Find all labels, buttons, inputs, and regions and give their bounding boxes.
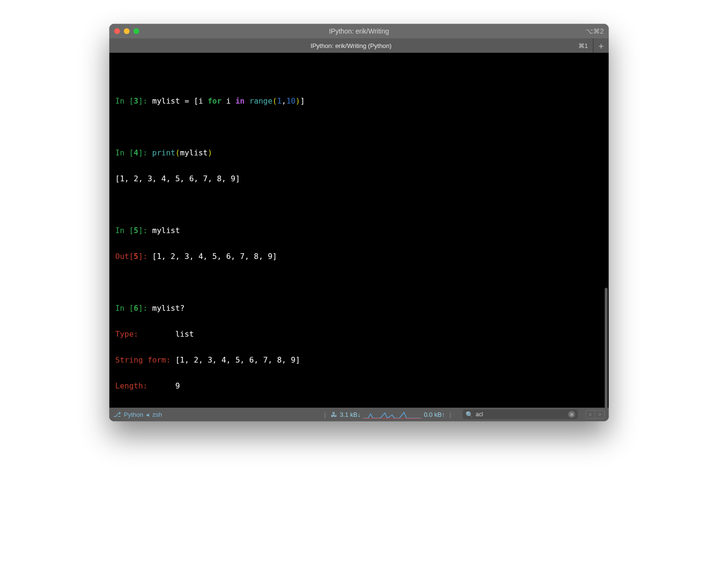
close-icon[interactable] (114, 28, 120, 34)
info-length-key: Length: (115, 381, 175, 390)
tab-label: IPython: erik/Writing (Python) (311, 42, 392, 49)
prev-button[interactable]: < (586, 410, 595, 419)
status-shell[interactable]: ⎇ Python ◂ zsh (113, 411, 162, 418)
status-bar: ⎇ Python ◂ zsh | 🖧 3.1 kB↓ 0.0 kB↑ | 🔍 ✕… (109, 408, 609, 421)
next-button[interactable]: > (595, 410, 605, 419)
window-title: IPython: erik/Writing (109, 27, 609, 35)
net-up: 0.0 kB↑ (424, 411, 444, 418)
status-zsh: zsh (152, 411, 162, 418)
tab-shortcut: ⌘1 (578, 42, 588, 49)
in-prompt: In [ (115, 96, 134, 106)
minimize-icon[interactable] (124, 28, 130, 34)
status-python: Python (124, 411, 143, 418)
add-tab-button[interactable]: + (593, 38, 609, 53)
out-prompt: Out[ (115, 252, 134, 261)
status-network: | 🖧 3.1 kB↓ 0.0 kB↑ | (323, 410, 454, 419)
tab-ipython[interactable]: IPython: erik/Writing (Python) ⌘1 (109, 38, 593, 53)
window-hint: ⌥⌘2 (586, 27, 604, 35)
tab-bar: IPython: erik/Writing (Python) ⌘1 + (109, 38, 609, 53)
plus-icon: + (598, 41, 604, 51)
info-strform-key: String form: (115, 355, 175, 365)
status-search[interactable]: 🔍 ✕ (463, 410, 578, 419)
in-prompt-num: 3 (134, 96, 139, 106)
terminal-output[interactable]: In [3]: mylist = [i for i in range(1,10)… (109, 53, 609, 408)
info-type-key: Type: (115, 329, 175, 339)
search-nav: < > (586, 410, 605, 419)
info-docstring-key: Docstring: (115, 407, 161, 408)
traffic-lights (114, 28, 139, 34)
search-icon: 🔍 (466, 411, 473, 418)
titlebar: IPython: erik/Writing ⌥⌘2 (109, 24, 609, 38)
network-icon: 🖧 (331, 411, 337, 418)
branch-icon: ⎇ (113, 411, 121, 418)
net-down: 3.1 kB↓ (340, 411, 360, 418)
terminal-window: IPython: erik/Writing ⌥⌘2 IPython: erik/… (109, 24, 609, 421)
search-input[interactable] (476, 411, 566, 418)
scrollbar[interactable] (605, 288, 608, 408)
sparkline-graph (363, 410, 421, 419)
chevron-left-icon: ◂ (146, 411, 149, 418)
clear-search-button[interactable]: ✕ (568, 411, 575, 418)
fullscreen-icon[interactable] (133, 28, 139, 34)
stdout-line: [1, 2, 3, 4, 5, 6, 7, 8, 9] (115, 172, 603, 185)
